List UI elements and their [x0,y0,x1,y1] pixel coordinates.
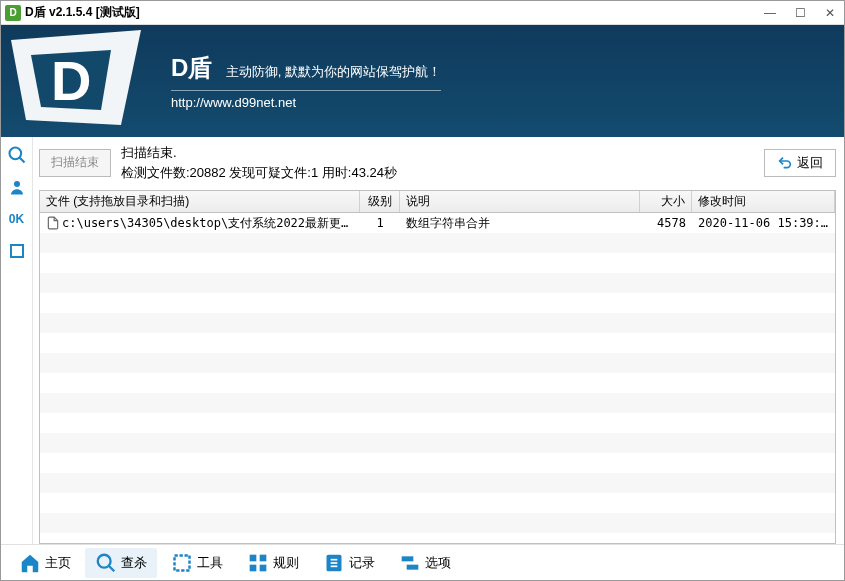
svg-rect-10 [250,554,257,561]
return-icon [777,155,793,171]
search-icon [95,552,117,574]
minimize-button[interactable]: — [760,6,780,20]
log-icon [323,552,345,574]
table-body[interactable]: c:\users\34305\desktop\支付系统2022最新更新... 1… [40,213,835,543]
svg-point-3 [9,148,21,160]
nav-tools-label: 工具 [197,554,223,572]
svg-rect-19 [407,564,419,569]
brand-name: D盾 [171,52,212,84]
svg-rect-13 [260,564,267,571]
th-time[interactable]: 修改时间 [692,191,835,212]
svg-line-8 [109,565,115,571]
maximize-button[interactable]: ☐ [790,6,810,20]
th-size[interactable]: 大小 [640,191,692,212]
app-icon: D [5,5,21,21]
nav-options-label: 选项 [425,554,451,572]
sidebar-ok-icon[interactable]: 0K [3,207,31,231]
svg-text:D: D [51,49,91,112]
brand-url[interactable]: http://www.d99net.net [171,90,441,110]
nav-scan-label: 查杀 [121,554,147,572]
svg-rect-18 [402,556,414,561]
file-icon [46,216,60,230]
nav-rules-label: 规则 [273,554,299,572]
scan-end-button[interactable]: 扫描结束 [39,149,111,177]
home-icon [19,552,41,574]
nav-home-label: 主页 [45,554,71,572]
sidebar-search-icon[interactable] [3,143,31,167]
logo: D [1,25,151,137]
options-icon [399,552,421,574]
table-row[interactable]: c:\users\34305\desktop\支付系统2022最新更新... 1… [40,213,835,233]
nav-log-label: 记录 [349,554,375,572]
tools-icon [171,552,193,574]
nav-tools[interactable]: 工具 [161,548,233,578]
titlebar: D D盾 v2.1.5.4 [测试版] — ☐ ✕ [1,1,844,25]
return-label: 返回 [797,154,823,172]
svg-rect-11 [260,554,267,561]
svg-point-5 [14,181,20,187]
table-header: 文件 (支持拖放目录和扫描) 级别 说明 大小 修改时间 [40,191,835,213]
status-line1: 扫描结束. [121,143,754,163]
status-text: 扫描结束. 检测文件数:20882 发现可疑文件:1 用时:43.24秒 [121,143,754,182]
nav-options[interactable]: 选项 [389,548,461,578]
cell-file: c:\users\34305\desktop\支付系统2022最新更新... [40,215,360,232]
banner: D D盾 主动防御, 默默为你的网站保驾护航！ http://www.d99ne… [1,25,844,137]
th-level[interactable]: 级别 [360,191,400,212]
nav-scan[interactable]: 查杀 [85,548,157,578]
svg-rect-12 [250,564,257,571]
svg-rect-9 [175,555,190,570]
bottom-nav: 主页 查杀 工具 规则 记录 选项 [1,544,844,580]
cell-time: 2020-11-06 15:39:52 [692,216,835,230]
svg-point-7 [98,554,111,567]
sidebar-user-icon[interactable] [3,175,31,199]
results-table: 文件 (支持拖放目录和扫描) 级别 说明 大小 修改时间 c:\users\34… [39,190,836,544]
nav-home[interactable]: 主页 [9,548,81,578]
cell-size: 4578 [640,216,692,230]
close-button[interactable]: ✕ [820,6,840,20]
rules-icon [247,552,269,574]
brand-slogan: 主动防御, 默默为你的网站保驾护航！ [226,64,441,79]
sidebar-square-icon[interactable] [3,239,31,263]
nav-rules[interactable]: 规则 [237,548,309,578]
th-file[interactable]: 文件 (支持拖放目录和扫描) [40,191,360,212]
sidebar: 0K [1,137,33,544]
svg-line-4 [19,158,24,163]
return-button[interactable]: 返回 [764,149,836,177]
window-title: D盾 v2.1.5.4 [测试版] [25,4,760,21]
cell-level: 1 [360,216,400,230]
cell-desc: 数组字符串合并 [400,215,640,232]
status-line2: 检测文件数:20882 发现可疑文件:1 用时:43.24秒 [121,163,754,183]
th-desc[interactable]: 说明 [400,191,640,212]
svg-rect-6 [11,245,23,257]
nav-log[interactable]: 记录 [313,548,385,578]
